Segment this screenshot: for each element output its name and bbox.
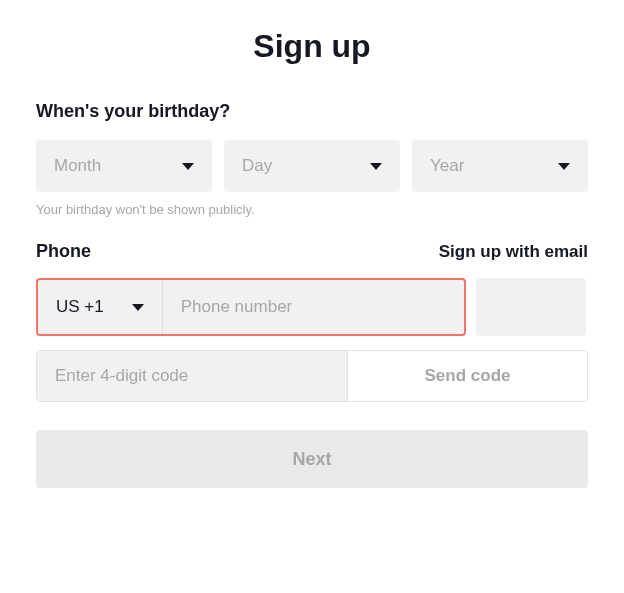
phone-side-box[interactable] [476, 278, 586, 336]
year-placeholder: Year [430, 156, 464, 176]
chevron-down-icon [370, 163, 382, 170]
month-select[interactable]: Month [36, 140, 212, 192]
page-title: Sign up [36, 28, 588, 65]
send-code-button[interactable]: Send code [347, 351, 587, 401]
day-placeholder: Day [242, 156, 272, 176]
country-code-select[interactable]: US +1 [38, 280, 163, 334]
day-select[interactable]: Day [224, 140, 400, 192]
signup-with-email-link[interactable]: Sign up with email [439, 242, 588, 262]
next-button[interactable]: Next [36, 430, 588, 488]
phone-header: Phone Sign up with email [36, 241, 588, 262]
year-select[interactable]: Year [412, 140, 588, 192]
chevron-down-icon [182, 163, 194, 170]
verification-code-input[interactable] [37, 351, 347, 401]
phone-input-wrap: US +1 [36, 278, 466, 336]
phone-label: Phone [36, 241, 91, 262]
birthday-row: Month Day Year [36, 140, 588, 192]
birthday-label: When's your birthday? [36, 101, 588, 122]
chevron-down-icon [558, 163, 570, 170]
month-placeholder: Month [54, 156, 101, 176]
birthday-hint: Your birthday won't be shown publicly. [36, 202, 588, 217]
chevron-down-icon [132, 304, 144, 311]
code-row: Send code [36, 350, 588, 402]
phone-row: US +1 [36, 278, 588, 336]
phone-number-input[interactable] [163, 280, 464, 334]
country-code-text: US +1 [56, 297, 104, 317]
